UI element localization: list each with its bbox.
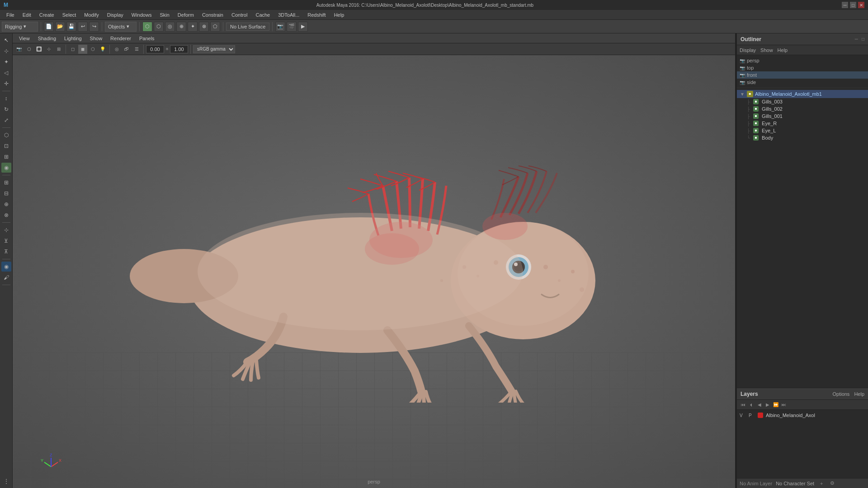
vp-menu-renderer[interactable]: Renderer xyxy=(107,35,135,42)
vp-menu-panels[interactable]: Panels xyxy=(136,35,158,42)
minimize-button[interactable]: ─ xyxy=(842,2,848,8)
transform-button[interactable]: ⬡ xyxy=(154,22,164,32)
more-tools-button[interactable]: ⋮ xyxy=(1,476,11,486)
merge-button[interactable]: ⊞ xyxy=(1,152,11,162)
scale-tool-button[interactable]: ⤢ xyxy=(1,115,11,125)
layers-menu-options[interactable]: Options xyxy=(832,391,849,397)
rotate-button[interactable]: ◎ xyxy=(165,22,175,32)
menu-cache[interactable]: Cache xyxy=(252,11,274,19)
outliner-camera-front[interactable]: 📷 front xyxy=(737,71,868,79)
outliner-camera-side[interactable]: 📷 side xyxy=(737,79,868,86)
open-scene-button[interactable]: 📂 xyxy=(55,22,65,32)
vp-tb-iso[interactable]: 🔳 xyxy=(34,45,43,54)
no-live-surface[interactable]: No Live Surface xyxy=(226,23,269,31)
outliner-menu-show[interactable]: Show xyxy=(760,47,773,53)
vp-tb-film[interactable]: ⬡ xyxy=(24,45,33,54)
vp-tb-cam[interactable]: 📷 xyxy=(14,45,24,54)
outliner-camera-top[interactable]: 📷 top xyxy=(737,64,868,71)
new-scene-button[interactable]: 📄 xyxy=(44,22,54,32)
layer-play-back[interactable]: ◀ xyxy=(756,401,763,408)
menu-redshift[interactable]: Redshift xyxy=(304,11,329,19)
camera-button[interactable]: 📷 xyxy=(275,22,285,32)
vp-tb-aa[interactable]: 🗗 xyxy=(122,45,131,54)
outliner-maximize[interactable]: □ xyxy=(862,37,864,42)
menu-windows[interactable]: Windows xyxy=(128,11,156,19)
snap-to-point-button[interactable]: ⊕ xyxy=(1,199,11,209)
paint-select-button[interactable]: ✦ xyxy=(1,57,11,67)
vp-tb-msaa[interactable]: ☰ xyxy=(132,45,141,54)
rotate-tool-button[interactable]: ↻ xyxy=(1,104,11,114)
redo-button[interactable]: ↪ xyxy=(89,22,99,32)
save-scene-button[interactable]: 💾 xyxy=(66,22,76,32)
outliner-item-eye-l[interactable]: ├ ■ Eye_L xyxy=(737,127,868,134)
paint-skin-button[interactable]: 🖌 xyxy=(1,272,11,282)
vp-tb-texture[interactable]: ⬡ xyxy=(88,45,97,54)
lattice-button[interactable]: ⊼ xyxy=(1,247,11,257)
layer-item-albino[interactable]: V P Albino_Melanoid_Axol xyxy=(737,412,868,419)
lasso-button[interactable]: ⬠ xyxy=(210,22,220,32)
close-button[interactable]: ✕ xyxy=(858,2,864,8)
scale-button[interactable]: ⊕ xyxy=(176,22,186,32)
layers-content[interactable]: V P Albino_Melanoid_Axol xyxy=(737,410,868,478)
menu-display[interactable]: Display xyxy=(104,11,127,19)
vp-tb-wire[interactable]: ◻ xyxy=(68,45,77,54)
lasso-select-button[interactable]: ⊹ xyxy=(1,46,11,56)
undo-button[interactable]: ↩ xyxy=(78,22,88,32)
gamma-input[interactable] xyxy=(170,45,188,53)
menu-deform[interactable]: Deform xyxy=(174,11,198,19)
xray-button[interactable]: ◉ xyxy=(1,262,11,272)
soft-select-button[interactable]: ⊗ xyxy=(199,22,209,32)
move-tool-button[interactable]: ✛ xyxy=(1,79,11,89)
vp-menu-lighting[interactable]: Lighting xyxy=(61,35,85,42)
outliner-item-albino-root[interactable]: ▼ ■ Albino_Melanoid_Axolotl_mb1 xyxy=(737,90,868,98)
outliner-item-gills002[interactable]: ├ ■ Gills_002 xyxy=(737,105,868,113)
outliner-minimize[interactable]: ─ xyxy=(855,37,858,42)
outliner-content[interactable]: 📷 persp 📷 top 📷 front 📷 side xyxy=(737,55,868,388)
layer-play-end[interactable]: ⏭ xyxy=(780,401,788,408)
sculpt-button[interactable]: ◉ xyxy=(1,163,11,173)
menu-modify[interactable]: Modify xyxy=(80,11,102,19)
char-set-settings-button[interactable]: ⚙ xyxy=(829,480,836,487)
layer-play-next-key[interactable]: ⏩ xyxy=(772,401,779,408)
layer-play-fwd[interactable]: ▶ xyxy=(764,401,771,408)
layers-menu-help[interactable]: Help xyxy=(854,391,864,397)
menu-select[interactable]: Select xyxy=(59,11,80,19)
layer-play-prev-key[interactable]: ⏴ xyxy=(748,401,755,408)
extrude-button[interactable]: ⬡ xyxy=(1,130,11,140)
layer-play-start[interactable]: ⏮ xyxy=(740,401,747,408)
menu-create[interactable]: Create xyxy=(36,11,58,19)
maximize-button[interactable]: □ xyxy=(850,2,856,8)
ipr-button[interactable]: ▶ xyxy=(298,22,308,32)
outliner-item-gills001[interactable]: ├ ■ Gills_001 xyxy=(737,113,868,120)
outliner-camera-persp[interactable]: 📷 persp xyxy=(737,57,868,64)
outliner-menu-help[interactable]: Help xyxy=(778,47,788,53)
char-set-add-button[interactable]: + xyxy=(818,480,825,487)
menu-control[interactable]: Control xyxy=(228,11,251,19)
outliner-menu-display[interactable]: Display xyxy=(740,47,756,53)
insert-loop-button[interactable]: ⊡ xyxy=(1,141,11,151)
vp-tb-xray-btn[interactable]: ◎ xyxy=(112,45,121,54)
outliner-item-body[interactable]: └ ■ Body xyxy=(737,134,868,141)
menu-3dtoall[interactable]: 3DToAll... xyxy=(274,11,303,19)
menu-help[interactable]: Help xyxy=(330,11,348,19)
cluster-button[interactable]: ⊹ xyxy=(1,225,11,235)
snap-to-grid-button[interactable]: ⊞ xyxy=(1,178,11,188)
viewport[interactable]: persp X Y Z xyxy=(13,55,735,488)
menu-edit[interactable]: Edit xyxy=(19,11,35,19)
vp-tb-grid[interactable]: ⊞ xyxy=(54,45,63,54)
wire-button[interactable]: ⊻ xyxy=(1,236,11,246)
vp-menu-show[interactable]: Show xyxy=(86,35,106,42)
outliner-item-eye-r[interactable]: ├ ■ Eye_R xyxy=(737,120,868,127)
snap-to-curve-button[interactable]: ⊟ xyxy=(1,188,11,198)
move-3d-button[interactable]: ↕ xyxy=(1,94,11,103)
menu-file[interactable]: File xyxy=(3,11,18,19)
gamma-dropdown[interactable]: sRGB gamma xyxy=(193,45,235,53)
select-tool-button[interactable]: ⬡ xyxy=(142,22,152,32)
exposure-input[interactable] xyxy=(146,45,164,53)
snap-to-surface-button[interactable]: ⊗ xyxy=(1,210,11,220)
layer-playback-p[interactable]: P xyxy=(749,413,755,418)
select-mode-button[interactable]: ↖ xyxy=(1,35,11,45)
rigging-dropdown[interactable]: Rigging ▾ xyxy=(2,22,38,32)
vp-menu-shading[interactable]: Shading xyxy=(34,35,60,42)
vp-tb-snap[interactable]: ⊹ xyxy=(44,45,53,54)
